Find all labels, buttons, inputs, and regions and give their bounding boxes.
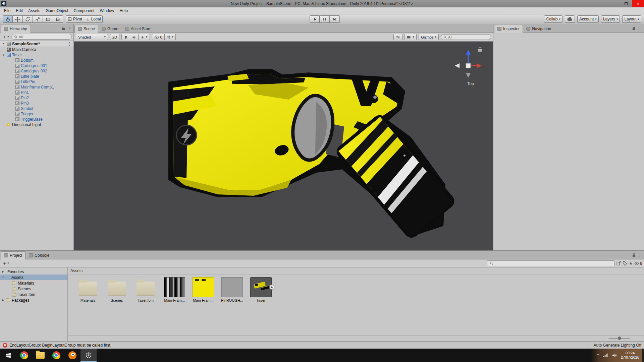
- show-desktop-button[interactable]: [642, 349, 644, 362]
- account-dropdown[interactable]: Account▾: [577, 15, 599, 23]
- hierarchy-item[interactable]: Trigger: [0, 111, 73, 117]
- rect-tool-button[interactable]: [43, 15, 53, 23]
- shading-mode-dropdown[interactable]: Shaded▾: [76, 34, 108, 40]
- 2d-toggle[interactable]: 2D: [110, 34, 119, 40]
- project-tree-item[interactable]: Materials: [0, 280, 67, 286]
- label-tag-icon[interactable]: [623, 261, 627, 266]
- maximize-button[interactable]: [620, 0, 632, 7]
- start-button[interactable]: [0, 349, 16, 362]
- scene-search[interactable]: [441, 34, 491, 40]
- panel-menu-icon[interactable]: ⋮: [638, 253, 642, 257]
- cloud-button[interactable]: [565, 15, 575, 23]
- scene-options-icon[interactable]: ⋮: [67, 42, 71, 46]
- tab-project[interactable]: Project: [1, 251, 25, 259]
- volume-icon[interactable]: [612, 353, 617, 357]
- hierarchy-item[interactable]: Simbol: [0, 106, 73, 111]
- layers-dropdown[interactable]: Layers▾: [601, 15, 620, 23]
- hierarchy-item[interactable]: LittlePin: [0, 79, 73, 84]
- slider-knob[interactable]: [618, 337, 621, 340]
- scene-visibility-toggle[interactable]: 0: [152, 34, 165, 40]
- local-toggle[interactable]: Local: [84, 15, 103, 23]
- hierarchy-item[interactable]: TriggerBase: [0, 117, 73, 122]
- favorite-star-icon[interactable]: ★: [629, 261, 633, 266]
- foldout-arrow-icon[interactable]: ▼: [2, 54, 5, 57]
- foldout-arrow-icon[interactable]: ▶: [1, 299, 5, 302]
- tab-navigation[interactable]: Navigation: [523, 25, 554, 33]
- menu-item[interactable]: Component: [71, 7, 97, 14]
- taskbar-file-explorer[interactable]: [32, 349, 48, 362]
- taskbar-chrome-2[interactable]: [48, 349, 64, 362]
- create-asset-button[interactable]: ＋▾: [2, 260, 10, 266]
- asset-item[interactable]: Main Fram... ▶: [162, 277, 187, 302]
- step-button[interactable]: [330, 15, 340, 23]
- taskbar-clock[interactable]: 00:24 27/07/2020: [621, 351, 639, 360]
- menu-item[interactable]: Window: [97, 7, 117, 14]
- scene-lighting-toggle[interactable]: [121, 34, 130, 40]
- tab-asset-store[interactable]: Asset Store: [122, 25, 155, 33]
- asset-item[interactable]: PinROUGH... ▶: [219, 277, 245, 302]
- scene-effects-dropdown[interactable]: ▾: [139, 34, 150, 40]
- tab-inspector[interactable]: Inspector: [494, 25, 523, 33]
- hierarchy-item[interactable]: Bottom: [0, 58, 73, 63]
- foldout-arrow-icon[interactable]: ▼: [2, 42, 5, 45]
- view-mode-label[interactable]: Top: [451, 81, 486, 86]
- tool-settings-button[interactable]: [393, 34, 402, 40]
- scene-search-input[interactable]: [448, 35, 488, 39]
- pivot-toggle[interactable]: Pivot: [66, 15, 84, 23]
- play-button[interactable]: [310, 15, 320, 23]
- close-button[interactable]: ✕: [632, 0, 644, 7]
- collab-dropdown[interactable]: Collab▾: [544, 15, 562, 23]
- create-object-button[interactable]: ＋▾: [2, 34, 10, 40]
- taser-model[interactable]: [74, 42, 493, 250]
- scale-tool-button[interactable]: [33, 15, 43, 23]
- lock-icon[interactable]: [62, 26, 65, 31]
- panel-menu-icon[interactable]: ⋮: [638, 26, 642, 31]
- gizmos-dropdown[interactable]: Gizmos▾: [419, 34, 439, 40]
- expand-asset-icon[interactable]: ▶: [269, 285, 274, 290]
- menu-item[interactable]: Edit: [13, 7, 25, 14]
- taskbar-blender[interactable]: [64, 349, 80, 362]
- tab-scene[interactable]: Scene: [74, 25, 98, 33]
- open-asset-icon[interactable]: [616, 261, 621, 266]
- lock-icon[interactable]: [632, 26, 636, 31]
- thumbnail-zoom-slider[interactable]: [608, 338, 630, 339]
- asset-item[interactable]: Taser ▶: [248, 277, 274, 302]
- lighting-status[interactable]: Auto Generate Lighting Off: [593, 343, 641, 348]
- pause-button[interactable]: [320, 15, 330, 23]
- project-tree-item[interactable]: Scenes: [0, 286, 67, 292]
- move-tool-button[interactable]: [13, 15, 23, 23]
- network-icon[interactable]: [603, 353, 608, 357]
- hierarchy-item[interactable]: Mainframe Comp1: [0, 84, 73, 90]
- tab-game[interactable]: Game: [98, 25, 122, 33]
- hierarchy-item[interactable]: Pin2: [0, 95, 73, 101]
- scene-audio-toggle[interactable]: [130, 34, 139, 40]
- project-search[interactable]: [487, 260, 614, 266]
- panel-menu-icon[interactable]: ⋮: [67, 26, 71, 31]
- orientation-gizmo[interactable]: z x Top: [451, 45, 486, 86]
- project-tree-item[interactable]: ▶ Favorites: [0, 269, 67, 275]
- project-tree-item[interactable]: ▼ Assets: [0, 275, 67, 280]
- asset-item[interactable]: Main Fram... ▶: [191, 277, 216, 302]
- tab-console[interactable]: Console: [25, 252, 53, 259]
- hierarchy-item[interactable]: Main Camera: [0, 47, 73, 52]
- hierarchy-item[interactable]: Little plate: [0, 74, 73, 79]
- hierarchy-item[interactable]: Cartidgres.001: [0, 63, 73, 68]
- menu-item[interactable]: Help: [117, 7, 130, 14]
- tab-hierarchy[interactable]: Hierarchy: [1, 25, 30, 33]
- taskbar-unity[interactable]: [80, 349, 97, 362]
- foldout-arrow-icon[interactable]: ▼: [1, 276, 5, 279]
- hierarchy-item[interactable]: Cartidgres.002: [0, 68, 73, 74]
- hierarchy-item[interactable]: Pin3: [0, 101, 73, 106]
- taskbar-chrome-1[interactable]: [16, 349, 32, 362]
- menu-item[interactable]: GameObject: [43, 7, 71, 14]
- asset-item[interactable]: Scenes ▶: [104, 277, 129, 302]
- rotate-tool-button[interactable]: [23, 15, 33, 23]
- assets-breadcrumb[interactable]: Assets: [68, 267, 644, 275]
- lock-icon[interactable]: [632, 253, 636, 257]
- hierarchy-search-input[interactable]: [19, 35, 69, 39]
- scene-viewport[interactable]: z x Top: [74, 42, 493, 250]
- menu-item[interactable]: File: [1, 7, 13, 14]
- foldout-arrow-icon[interactable]: ▶: [1, 270, 5, 273]
- project-search-input[interactable]: [494, 261, 611, 265]
- scene-header-row[interactable]: ▼ SampleScene* ⋮: [0, 41, 73, 47]
